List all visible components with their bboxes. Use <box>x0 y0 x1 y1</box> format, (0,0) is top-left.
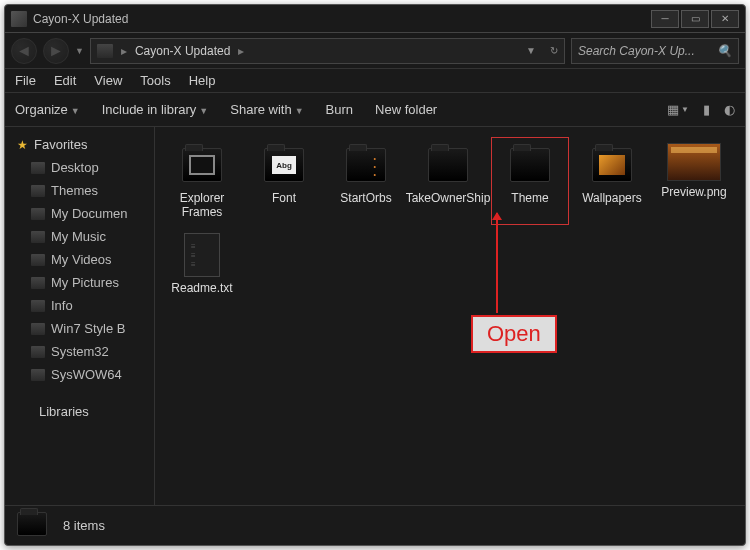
file-item[interactable]: Preview.png <box>657 139 731 223</box>
breadcrumb-separator-icon: ▸ <box>121 44 127 58</box>
window-title: Cayon-X Updated <box>33 12 128 26</box>
status-folder-icon <box>17 512 49 540</box>
folder-icon <box>506 143 554 187</box>
sidebar-favorites-header[interactable]: ★ Favorites <box>5 133 154 156</box>
content-pane[interactable]: Explorer FramesFontStartOrbsTakeOwnerShi… <box>155 127 745 505</box>
menubar: File Edit View Tools Help <box>5 69 745 93</box>
explorer-window: Cayon-X Updated ─ ▭ ✕ ◄ ► ▼ ▸ Cayon-X Up… <box>4 4 746 546</box>
file-label: StartOrbs <box>340 191 391 205</box>
breadcrumb-separator-icon: ▸ <box>238 44 244 58</box>
status-text: 8 items <box>63 518 105 533</box>
minimize-button[interactable]: ─ <box>651 10 679 28</box>
folder-icon <box>31 277 45 289</box>
file-item[interactable]: TakeOwnerShip <box>411 139 485 223</box>
libraries-icon <box>17 405 33 419</box>
folder-icon <box>178 143 226 187</box>
sidebar-libraries-header[interactable]: Libraries <box>5 400 154 423</box>
breadcrumb[interactable]: ▸ Cayon-X Updated ▸ ▼ ↻ <box>90 38 565 64</box>
menu-tools[interactable]: Tools <box>140 73 170 88</box>
toolbar-share-with[interactable]: Share with▼ <box>230 102 303 117</box>
file-label: TakeOwnerShip <box>406 191 491 205</box>
sidebar-item-info[interactable]: Info <box>5 294 154 317</box>
file-item[interactable]: StartOrbs <box>329 139 403 223</box>
file-item[interactable]: Explorer Frames <box>165 139 239 223</box>
folder-icon <box>31 254 45 266</box>
search-icon: 🔍 <box>717 44 732 58</box>
sidebar-item-themes[interactable]: Themes <box>5 179 154 202</box>
window-icon <box>11 11 27 27</box>
file-item[interactable]: Readme.txt <box>165 229 239 299</box>
sidebar-item-pictures[interactable]: My Pictures <box>5 271 154 294</box>
folder-icon <box>97 44 113 58</box>
sidebar-item-desktop[interactable]: Desktop <box>5 156 154 179</box>
sidebar-item-win7style[interactable]: Win7 Style B <box>5 317 154 340</box>
toolbar-include-in-library[interactable]: Include in library▼ <box>102 102 209 117</box>
menu-file[interactable]: File <box>15 73 36 88</box>
file-label: Preview.png <box>661 185 726 199</box>
toolbar-organize[interactable]: Organize▼ <box>15 102 80 117</box>
folder-icon <box>31 185 45 197</box>
forward-button[interactable]: ► <box>43 38 69 64</box>
sidebar: ★ Favorites Desktop Themes My Documen My… <box>5 127 155 505</box>
file-label: Explorer Frames <box>165 191 239 219</box>
sidebar-item-documents[interactable]: My Documen <box>5 202 154 225</box>
chevron-down-icon: ▼ <box>71 106 80 116</box>
chevron-down-icon: ▼ <box>199 106 208 116</box>
sidebar-item-videos[interactable]: My Videos <box>5 248 154 271</box>
menu-help[interactable]: Help <box>189 73 216 88</box>
search-placeholder: Search Cayon-X Up... <box>578 44 695 58</box>
folder-icon <box>31 231 45 243</box>
maximize-button[interactable]: ▭ <box>681 10 709 28</box>
file-label: Font <box>272 191 296 205</box>
text-file-icon <box>184 233 220 277</box>
preview-pane-button[interactable]: ▮ <box>703 102 710 117</box>
history-dropdown[interactable]: ▼ <box>75 46 84 56</box>
search-input[interactable]: Search Cayon-X Up... 🔍 <box>571 38 739 64</box>
sidebar-item-syswow64[interactable]: SysWOW64 <box>5 363 154 386</box>
folder-icon <box>588 143 636 187</box>
folder-icon <box>31 369 45 381</box>
star-icon: ★ <box>17 138 28 152</box>
folder-icon <box>342 143 390 187</box>
file-item[interactable]: Font <box>247 139 321 223</box>
folder-icon <box>31 208 45 220</box>
folder-icon <box>31 300 45 312</box>
folder-icon <box>31 346 45 358</box>
titlebar: Cayon-X Updated ─ ▭ ✕ <box>5 5 745 33</box>
file-item[interactable]: Wallpapers <box>575 139 649 223</box>
file-label: Wallpapers <box>582 191 642 205</box>
breadcrumb-dropdown-icon[interactable]: ▼ <box>526 45 536 56</box>
refresh-icon[interactable]: ↻ <box>550 45 558 56</box>
menu-edit[interactable]: Edit <box>54 73 76 88</box>
toolbar-burn[interactable]: Burn <box>326 102 353 117</box>
file-label: Theme <box>511 191 548 205</box>
close-button[interactable]: ✕ <box>711 10 739 28</box>
statusbar: 8 items <box>5 505 745 545</box>
sidebar-item-music[interactable]: My Music <box>5 225 154 248</box>
folder-icon <box>260 143 308 187</box>
toolbar-new-folder[interactable]: New folder <box>375 102 437 117</box>
image-thumbnail-icon <box>667 143 721 181</box>
menu-view[interactable]: View <box>94 73 122 88</box>
breadcrumb-segment[interactable]: Cayon-X Updated <box>135 44 230 58</box>
folder-icon <box>31 162 45 174</box>
chevron-down-icon: ▼ <box>295 106 304 116</box>
toolbar: Organize▼ Include in library▼ Share with… <box>5 93 745 127</box>
view-mode-button[interactable]: ▦▼ <box>667 102 689 117</box>
body: ★ Favorites Desktop Themes My Documen My… <box>5 127 745 505</box>
folder-icon <box>31 323 45 335</box>
folder-icon <box>424 143 472 187</box>
help-button[interactable]: ◐ <box>724 102 735 117</box>
nav-row: ◄ ► ▼ ▸ Cayon-X Updated ▸ ▼ ↻ Search Cay… <box>5 33 745 69</box>
sidebar-item-system32[interactable]: System32 <box>5 340 154 363</box>
file-label: Readme.txt <box>171 281 232 295</box>
back-button[interactable]: ◄ <box>11 38 37 64</box>
file-item[interactable]: Theme <box>493 139 567 223</box>
